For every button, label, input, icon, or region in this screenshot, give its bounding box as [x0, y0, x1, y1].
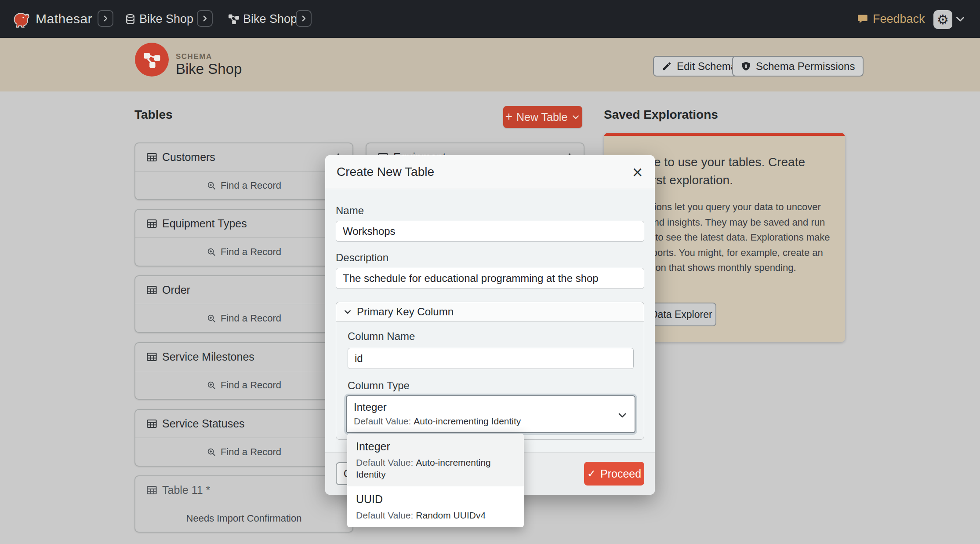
table-icon — [146, 418, 158, 430]
schema-icon — [228, 13, 240, 25]
breadcrumb-chevron-1[interactable] — [98, 10, 113, 27]
card-accent-bar — [604, 133, 845, 136]
breadcrumb-chevron-2[interactable] — [197, 10, 213, 27]
shield-lock-icon — [741, 61, 751, 71]
find-record-label: Find a Record — [221, 380, 281, 391]
table-name: Order — [162, 284, 333, 296]
selected-type-name: Integer — [354, 400, 628, 414]
chevron-down-icon — [617, 410, 628, 420]
primary-key-section: Primary Key Column Column Name Column Ty… — [336, 302, 644, 440]
column-name-input[interactable] — [348, 348, 634, 369]
brand-name[interactable]: Mathesar — [36, 11, 92, 26]
primary-key-section-toggle[interactable]: Primary Key Column — [336, 302, 644, 322]
type-option-default: Default Value:Random UUIDv4 — [356, 509, 515, 521]
mathesar-logo[interactable] — [10, 0, 31, 38]
edit-schema-label: Edit Schema — [677, 60, 737, 73]
chevron-down-icon — [571, 113, 580, 121]
table-card-order: Order Find a Record — [134, 275, 353, 333]
find-record-label: Find a Record — [221, 180, 281, 191]
schema-kicker: SCHEMA — [176, 52, 212, 61]
breadcrumb-chevron-3[interactable] — [296, 10, 312, 27]
table-icon — [146, 351, 158, 363]
chevron-right-icon — [201, 15, 209, 22]
find-record-button[interactable]: Find a Record — [135, 172, 352, 199]
table-icon — [146, 284, 158, 296]
table-name: Customers — [162, 151, 333, 164]
name-label: Name — [336, 204, 364, 217]
table-link-customers[interactable]: Customers — [135, 143, 352, 171]
proceed-button[interactable]: ✓ Proceed — [584, 462, 644, 486]
column-name-label: Column Name — [348, 330, 415, 343]
search-record-icon — [207, 181, 216, 190]
table-card-table-11: Table 11 * Needs Import Confirmation — [134, 475, 353, 533]
app-root: Mathesar Bike Shop — [0, 0, 980, 544]
database-icon — [125, 13, 136, 25]
table-card-service-statuses: Service Statuses Find a Record — [134, 409, 353, 467]
schema-permissions-button[interactable]: Schema Permissions — [732, 56, 864, 77]
table-link-equipment-types[interactable]: Equipment Types — [135, 210, 352, 237]
table-name: Service Milestones — [162, 350, 333, 363]
find-record-label: Find a Record — [221, 313, 281, 324]
table-name: Table 11 * — [162, 484, 344, 497]
gear-icon: ⚙ — [937, 13, 949, 26]
chevron-right-icon — [300, 15, 308, 22]
table-icon — [146, 151, 158, 163]
breadcrumb-schema[interactable]: Bike Shop — [228, 0, 297, 38]
elephant-logo-icon — [10, 7, 31, 30]
schema-permissions-label: Schema Permissions — [756, 60, 855, 73]
name-input[interactable] — [336, 221, 644, 242]
modal-title: Create New Table — [337, 165, 632, 179]
modal-header: Create New Table × — [325, 155, 655, 189]
table-link-order[interactable]: Order — [135, 276, 352, 304]
chevron-down-icon — [955, 13, 966, 25]
table-link-service-milestones[interactable]: Service Milestones — [135, 343, 352, 371]
check-icon: ✓ — [587, 468, 596, 479]
description-input[interactable] — [336, 268, 644, 289]
type-option-name: UUID — [356, 492, 515, 506]
default-value-label: Default Value: — [356, 510, 413, 520]
saved-explorations-heading: Saved Explorations — [604, 108, 718, 122]
find-record-label: Find a Record — [221, 246, 281, 258]
column-type-select[interactable]: Integer Default Value:Auto-incrementing … — [346, 395, 635, 433]
brand: Mathesar — [36, 0, 92, 38]
search-record-icon — [207, 380, 216, 390]
chevron-down-icon — [343, 307, 352, 316]
table-link-table-11[interactable]: Table 11 * — [135, 476, 352, 504]
settings-caret[interactable] — [955, 13, 966, 25]
type-option-uuid[interactable]: UUID Default Value:Random UUIDv4 — [347, 486, 524, 527]
column-type-label: Column Type — [348, 380, 410, 392]
table-link-service-statuses[interactable]: Service Statuses — [135, 410, 352, 438]
schema-header: SCHEMA Bike Shop Edit Schema Schema Perm… — [0, 38, 980, 91]
type-option-integer[interactable]: Integer Default Value:Auto-incrementing … — [347, 434, 524, 486]
table-icon — [146, 218, 158, 230]
close-icon[interactable]: × — [632, 165, 643, 179]
table-name: Service Statuses — [162, 417, 333, 430]
plus-icon: + — [505, 110, 512, 123]
find-record-label: Find a Record — [221, 446, 281, 458]
find-record-button[interactable]: Find a Record — [135, 238, 352, 266]
navbar: Mathesar Bike Shop — [0, 0, 980, 38]
schema-breadcrumb-label: Bike Shop — [243, 12, 297, 26]
feedback-button[interactable]: Feedback — [852, 8, 930, 30]
table-card-customers: Customers Find a Record — [134, 142, 353, 200]
settings-button[interactable]: ⚙ — [933, 10, 952, 29]
find-record-button[interactable]: Find a Record — [135, 371, 352, 399]
default-value: Auto-incrementing Identity — [414, 416, 521, 426]
description-label: Description — [336, 252, 388, 264]
new-table-button[interactable]: + New Table — [503, 106, 582, 128]
speech-bubble-icon — [857, 13, 868, 25]
type-option-name: Integer — [356, 439, 515, 453]
pencil-icon — [662, 61, 672, 71]
database-breadcrumb-label: Bike Shop — [139, 12, 193, 26]
proceed-label: Proceed — [600, 467, 641, 480]
find-record-button[interactable]: Find a Record — [135, 304, 352, 332]
column-type-dropdown: Integer Default Value:Auto-incrementing … — [347, 434, 524, 527]
default-value-label: Default Value: — [356, 457, 413, 467]
table-name: Equipment Types — [162, 217, 333, 230]
table-icon — [146, 484, 158, 496]
breadcrumb-database[interactable]: Bike Shop — [125, 0, 193, 38]
chevron-right-icon — [102, 15, 109, 22]
default-value: Random UUIDv4 — [416, 510, 486, 520]
find-record-button[interactable]: Find a Record — [135, 438, 352, 466]
edit-schema-button[interactable]: Edit Schema — [653, 56, 745, 77]
